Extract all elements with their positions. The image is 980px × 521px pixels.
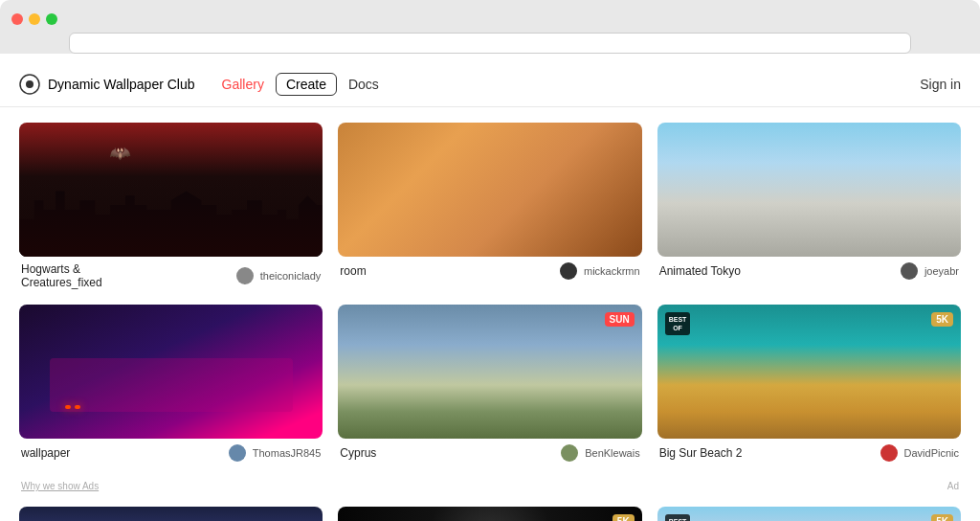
gallery-row-2: wallpaper ThomasJR845 SUN Cyprus BenKlew… xyxy=(19,305,961,462)
author-avatar-room xyxy=(560,262,577,280)
car-lights xyxy=(65,405,80,409)
car-light-right xyxy=(75,405,80,409)
main-content: 🦇 Hogwarts &Creatures_fixed theiconiclad… xyxy=(0,107,980,521)
minimize-button[interactable] xyxy=(29,13,40,25)
maximize-button[interactable] xyxy=(46,13,57,25)
ad-why-link[interactable]: Why we show Ads xyxy=(21,481,99,491)
gallery-meta-hogwarts: Hogwarts &Creatures_fixed theiconiclady xyxy=(19,257,323,289)
gallery-image-wallpaper xyxy=(19,305,323,439)
ad-label: Ad xyxy=(947,481,959,491)
gallery-image-temple: BESTOF 5K xyxy=(657,507,961,521)
car-neon xyxy=(50,358,293,412)
gallery-item-wallpaper[interactable]: wallpaper ThomasJR845 xyxy=(19,305,323,462)
gallery-item-dark[interactable]: 5K xyxy=(338,507,641,521)
gallery-author-room: mickackrmn xyxy=(560,262,640,280)
gallery-image-room xyxy=(338,123,641,257)
gallery-item-temple[interactable]: BESTOF 5K xyxy=(657,507,961,521)
badge-sun: SUN xyxy=(605,312,635,327)
gallery-title-bigsur: Big Sur Beach 2 xyxy=(659,446,743,460)
gallery-meta-tokyo: Animated Tokyo joeyabr xyxy=(657,257,961,280)
navbar-right: Sign in xyxy=(920,76,961,93)
gallery-row-bottom: 5K BESTOF 5K xyxy=(19,507,961,521)
badge-5k-dark: 5K xyxy=(612,514,635,521)
author-avatar-tokyo xyxy=(901,262,918,280)
gallery-image-tokyo xyxy=(657,123,961,257)
car-light-left xyxy=(65,405,71,409)
gallery-title-tokyo: Animated Tokyo xyxy=(659,264,741,278)
author-avatar-wallpaper xyxy=(229,444,246,462)
gallery-image-dark: 5K xyxy=(338,507,641,521)
gallery-image-cyprus: SUN xyxy=(338,305,641,439)
author-avatar-hogwarts xyxy=(236,267,254,284)
castle-silhouette xyxy=(19,163,323,257)
gallery-title-room: room xyxy=(340,264,366,278)
sign-in-button[interactable]: Sign in xyxy=(920,77,961,92)
traffic-lights xyxy=(11,8,969,33)
address-bar[interactable] xyxy=(69,33,911,54)
svg-point-1 xyxy=(26,80,33,88)
author-avatar-bigsur xyxy=(880,444,898,462)
gallery-image-night xyxy=(19,507,323,521)
gallery-author-hogwarts: theiconiclady xyxy=(236,267,322,284)
gallery-row-1: 🦇 Hogwarts &Creatures_fixed theiconiclad… xyxy=(19,123,961,289)
gallery-author-bigsur: DavidPicnic xyxy=(880,444,959,462)
brand-name: Dynamic Wallpaper Club xyxy=(48,77,195,92)
best-badge: BESTOF xyxy=(665,312,691,335)
gallery-meta-wallpaper: wallpaper ThomasJR845 xyxy=(19,439,323,462)
gallery-meta-cyprus: Cyprus BenKlewais xyxy=(338,439,641,462)
gallery-item-bigsur[interactable]: BESTOF 5K Big Sur Beach 2 DavidPicnic xyxy=(657,305,961,462)
ad-row: Why we show Ads Ad xyxy=(19,477,961,495)
nav-docs[interactable]: Docs xyxy=(341,73,387,96)
gallery-title-cyprus: Cyprus xyxy=(340,446,376,460)
gallery-meta-room: room mickackrmn xyxy=(338,257,641,280)
brand-icon xyxy=(19,74,40,95)
nav-gallery[interactable]: Gallery xyxy=(214,73,272,96)
gallery-title-wallpaper: wallpaper xyxy=(21,446,70,460)
nav-links: Gallery Create Docs xyxy=(214,73,387,96)
badge-5k: 5K xyxy=(931,312,953,327)
badge-5k-temple: 5K xyxy=(931,514,953,521)
browser-chrome xyxy=(0,0,980,54)
navbar: Dynamic Wallpaper Club Gallery Create Do… xyxy=(0,61,980,107)
author-avatar-cyprus xyxy=(561,444,578,462)
gallery-item-room[interactable]: room mickackrmn xyxy=(338,123,641,289)
gallery-meta-bigsur: Big Sur Beach 2 DavidPicnic xyxy=(657,439,961,462)
gallery-item-tokyo[interactable]: Animated Tokyo joeyabr xyxy=(657,123,961,289)
gallery-item-night[interactable] xyxy=(19,507,323,521)
gallery-author-tokyo: joeyabr xyxy=(901,262,959,280)
gallery-author-wallpaper: ThomasJR845 xyxy=(229,444,322,462)
gallery-image-hogwarts: 🦇 xyxy=(19,123,323,257)
gallery-image-bigsur: BESTOF 5K xyxy=(657,305,961,439)
close-button[interactable] xyxy=(11,13,23,25)
dragon-icon: 🦇 xyxy=(110,143,131,164)
brand[interactable]: Dynamic Wallpaper Club xyxy=(19,74,195,95)
gallery-title-hogwarts: Hogwarts &Creatures_fixed xyxy=(21,262,102,289)
nav-create[interactable]: Create xyxy=(276,73,337,96)
gallery-author-cyprus: BenKlewais xyxy=(561,444,639,462)
gallery-item-hogwarts[interactable]: 🦇 Hogwarts &Creatures_fixed theiconiclad… xyxy=(19,123,323,289)
gallery-item-cyprus[interactable]: SUN Cyprus BenKlewais xyxy=(338,305,641,462)
best-badge-temple: BESTOF xyxy=(665,514,691,521)
